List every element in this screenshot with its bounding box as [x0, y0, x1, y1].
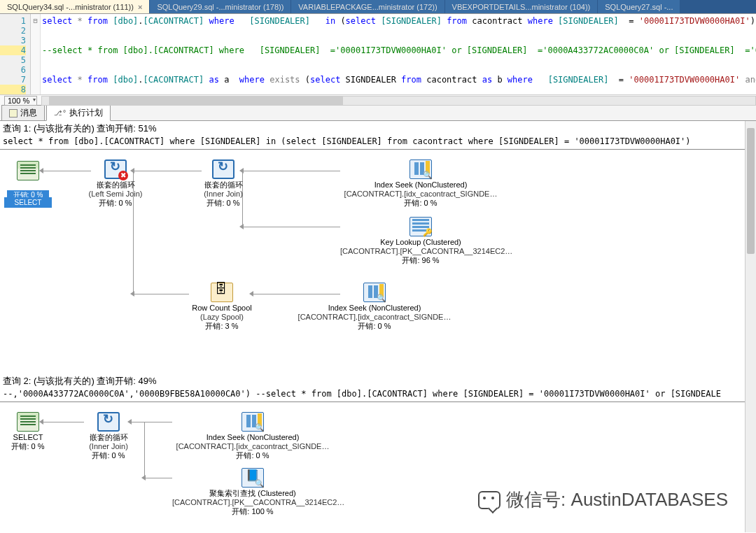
watermark: 微信号: AustinDATABASES: [478, 488, 728, 512]
document-tab[interactable]: VARIABLEPACKAGE...ministrator (172)): [291, 0, 444, 13]
sql-editor[interactable]: 1 2 3 4 5 6 7 8 ⊟ select * from [dbo].[C…: [0, 14, 756, 94]
horizontal-scrollbar[interactable]: [41, 96, 756, 106]
query1-header: 查询 1: (与该批有关的) 查询开销: 51%: [0, 121, 756, 136]
vertical-scrollbar[interactable]: [745, 121, 756, 532]
messages-icon: [9, 109, 18, 118]
plan-icon: ⎇°: [54, 109, 66, 117]
select-icon: [17, 412, 39, 432]
plan-node-select[interactable]: SELECT 开销: 0 %: [7, 161, 49, 199]
select-label: SELECT: [4, 197, 52, 208]
query2-sql: --,'0000A433772AC0000C0A','0000B9FBE58A1…: [0, 389, 756, 402]
clustered-seek-icon: [241, 468, 264, 488]
query1-sql: select * from [dbo].[CACONTRACT] where […: [0, 136, 756, 150]
plan2-canvas[interactable]: SELECT 开销: 0 % 嵌套的循环 (Inner Join) 开销: 0 …: [0, 402, 756, 532]
document-tab[interactable]: SQLQuery29.sql -...ministrator (178)): [150, 0, 291, 13]
editor-status-bar: 100 %: [0, 94, 756, 106]
scroll-thumb[interactable]: [747, 128, 755, 254]
plan1-canvas[interactable]: SELECT 开销: 0 % 嵌套的循环 (Left Semi Join) 开销…: [0, 150, 756, 339]
spool-icon: [211, 283, 233, 302]
results-tab-strip: 消息 ⎇°执行计划: [0, 106, 756, 121]
messages-tab[interactable]: 消息: [1, 105, 45, 120]
query2-header: 查询 2: (与该批有关的) 查询开销: 49%: [0, 374, 756, 389]
code-area[interactable]: select * from [dbo].[CACONTRACT] where […: [41, 14, 756, 94]
index-seek-icon: [363, 283, 386, 302]
index-seek-icon: [410, 159, 432, 179]
index-seek-icon: [241, 412, 264, 432]
document-tab-strip: SQLQuery34.sql -...ministrator (111))× S…: [0, 0, 756, 14]
nested-loop-icon: [212, 159, 234, 179]
close-tab-icon[interactable]: ×: [138, 3, 142, 11]
plan-node-key-lookup[interactable]: Key Lookup (Clustered) [CACONTRACT].[PK_…: [340, 217, 501, 265]
plan-node-nested-loop[interactable]: 嵌套的循环 (Inner Join) 开销: 0 %: [192, 159, 255, 208]
document-tab[interactable]: SQLQuery27.sql -...: [598, 0, 680, 13]
plan-node-nested-loop[interactable]: 嵌套的循环 (Inner Join) 开销: 0 %: [78, 412, 139, 460]
line-gutter: 1 2 3 4 5 6 7 8: [0, 14, 31, 94]
execution-plan-tab[interactable]: ⎇°执行计划: [46, 105, 111, 121]
plan-node-index-seek[interactable]: Index Seek (NonClustered) [CACONTRACT].[…: [340, 159, 501, 208]
plan-node-select[interactable]: SELECT 开销: 0 %: [7, 412, 49, 451]
key-lookup-icon: [410, 217, 432, 236]
fold-column[interactable]: ⊟: [31, 14, 41, 94]
plan-node-spool[interactable]: Row Count Spool (Lazy Spool) 开销: 3 %: [183, 283, 260, 331]
plan-node-index-seek[interactable]: Index Seek (NonClustered) [CACONTRACT].[…: [294, 283, 455, 331]
nested-loop-icon: [104, 159, 127, 179]
plan-node-clustered-seek[interactable]: 聚集索引查找 (Clustered) [CACONTRACT].[PK__CAC…: [172, 468, 333, 516]
plan-node-index-seek[interactable]: Index Seek (NonClustered) [CACONTRACT].[…: [172, 412, 333, 460]
execution-plan-panel: 查询 1: (与该批有关的) 查询开销: 51% select * from […: [0, 121, 756, 532]
nested-loop-icon: [97, 412, 120, 432]
scroll-thumb[interactable]: [49, 97, 343, 105]
fold-toggle-icon[interactable]: ⊟: [31, 16, 40, 26]
zoom-dropdown[interactable]: 100 %: [4, 96, 37, 106]
plan-node-nested-loop[interactable]: 嵌套的循环 (Left Semi Join) 开销: 0 %: [78, 159, 153, 208]
document-tab[interactable]: VBEXPORTDETAILS...ministrator (104)): [445, 0, 598, 13]
wechat-icon: [478, 491, 500, 509]
select-icon: [17, 161, 39, 180]
document-tab[interactable]: SQLQuery34.sql -...ministrator (111))×: [0, 0, 150, 13]
